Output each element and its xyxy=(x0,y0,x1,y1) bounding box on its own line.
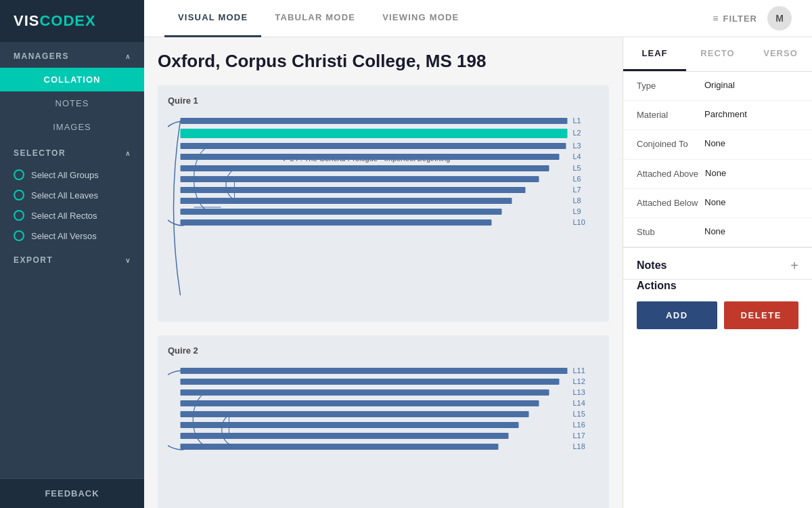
main-area: VISUAL MODE TABULAR MODE VIEWING MODE ≡ … xyxy=(144,0,812,508)
field-type-label: Type xyxy=(637,80,698,92)
quire-2-container: Quire 2 L11 L12 L13 L14 L15 xyxy=(158,335,609,508)
svg-rect-7 xyxy=(181,154,560,160)
filter-icon: ≡ xyxy=(713,13,719,24)
circle-icon-leaves xyxy=(14,190,24,200)
quire-2-label: Quire 2 xyxy=(168,345,599,356)
add-note-button[interactable]: + xyxy=(790,259,798,272)
field-conjoined-to: Conjoined To None xyxy=(623,130,812,159)
sidebar-item-collation[interactable]: COLLATION xyxy=(0,68,144,91)
svg-text:L12: L12 xyxy=(573,377,585,385)
field-conjoined-to-label: Conjoined To xyxy=(637,138,698,150)
tab-tabular-mode[interactable]: TABULAR MODE xyxy=(261,0,369,37)
managers-section-header[interactable]: MANAGERS ∧ xyxy=(0,42,144,68)
notes-section-header: Notes + xyxy=(623,248,812,279)
canvas-area: Oxford, Corpus Christi College, MS 198 Q… xyxy=(144,37,623,508)
svg-rect-9 xyxy=(181,165,549,171)
field-attached-below-label: Attached Below xyxy=(637,197,698,209)
field-attached-below-value: None xyxy=(704,197,798,207)
sidebar: VISCODEX MANAGERS ∧ COLLATION NOTES IMAG… xyxy=(0,0,144,508)
select-all-versos[interactable]: Select All Versos xyxy=(0,226,144,246)
svg-rect-27 xyxy=(181,389,549,396)
top-navigation: VISUAL MODE TABULAR MODE VIEWING MODE ≡ … xyxy=(144,0,812,37)
nav-right: ≡ FILTER M xyxy=(713,6,792,30)
select-all-rectos-label: Select All Rectos xyxy=(31,211,97,221)
sidebar-item-notes[interactable]: NOTES xyxy=(0,91,144,115)
managers-chevron: ∧ xyxy=(125,53,131,60)
logo-area: VISCODEX xyxy=(0,0,144,42)
tab-viewing-mode[interactable]: VIEWING MODE xyxy=(369,0,472,37)
circle-icon-versos xyxy=(14,230,24,241)
svg-rect-29 xyxy=(181,400,539,406)
field-material: Material Parchment xyxy=(623,101,812,130)
field-stub-value: None xyxy=(704,226,798,236)
right-panel: LEAF RECTO VERSO Type Original Material … xyxy=(623,37,812,508)
content-area: Oxford, Corpus Christi College, MS 198 Q… xyxy=(144,37,812,508)
selector-section-header[interactable]: SELECTOR ∧ xyxy=(0,139,144,165)
svg-rect-17 xyxy=(181,209,502,215)
avatar[interactable]: M xyxy=(767,6,792,30)
delete-button[interactable]: DELETE xyxy=(724,301,799,329)
svg-text:L11: L11 xyxy=(573,366,585,375)
field-attached-above-value: None xyxy=(705,168,798,178)
svg-rect-33 xyxy=(181,422,519,428)
svg-rect-15 xyxy=(181,198,512,204)
actions-section: Actions ADD DELETE xyxy=(623,280,812,343)
export-label: EXPORT xyxy=(14,255,53,265)
svg-text:L5: L5 xyxy=(573,164,581,172)
select-all-groups-label: Select All Groups xyxy=(31,170,99,180)
selector-label: SELECTOR xyxy=(14,148,66,158)
actions-buttons: ADD DELETE xyxy=(637,301,798,329)
selector-chevron: ∧ xyxy=(125,150,131,157)
field-stub: Stub None xyxy=(623,218,812,247)
quire-1-diagram[interactable]: L1 L2 L3 ▼ L4 : The General Prologue - I… xyxy=(168,112,599,305)
select-all-leaves[interactable]: Select All Leaves xyxy=(0,185,144,205)
add-button[interactable]: ADD xyxy=(637,301,717,329)
notes-title: Notes xyxy=(637,259,667,272)
svg-rect-13 xyxy=(181,187,526,193)
svg-rect-25 xyxy=(181,379,560,385)
actions-title: Actions xyxy=(637,280,798,292)
svg-rect-0 xyxy=(181,118,568,124)
svg-rect-2 xyxy=(181,129,568,138)
quire-2-diagram[interactable]: L11 L12 L13 L14 L15 L16 xyxy=(168,362,599,508)
select-all-groups[interactable]: Select All Groups xyxy=(0,165,144,185)
export-section-header[interactable]: EXPORT ∨ xyxy=(0,246,144,272)
svg-text:L9: L9 xyxy=(573,207,581,215)
tab-verso[interactable]: VERSO xyxy=(749,37,812,71)
svg-text:L17: L17 xyxy=(573,431,585,440)
svg-text:L1: L1 xyxy=(573,117,581,125)
tab-recto[interactable]: RECTO xyxy=(686,37,749,71)
circle-icon-groups xyxy=(14,169,24,180)
circle-icon-rectos xyxy=(14,210,24,221)
field-material-value: Parchment xyxy=(704,109,798,119)
svg-rect-19 xyxy=(181,219,492,226)
field-attached-above-label: Attached Above xyxy=(637,168,698,180)
svg-text:L4: L4 xyxy=(573,152,581,161)
field-type: Type Original xyxy=(623,72,812,101)
svg-text:L8: L8 xyxy=(573,196,581,205)
field-material-label: Material xyxy=(637,109,698,121)
svg-text:L10: L10 xyxy=(573,218,585,226)
svg-rect-23 xyxy=(181,368,568,374)
svg-text:L2: L2 xyxy=(573,129,581,137)
svg-text:L16: L16 xyxy=(573,421,585,429)
tab-leaf[interactable]: LEAF xyxy=(623,37,686,71)
field-stub-label: Stub xyxy=(637,226,698,238)
export-chevron: ∨ xyxy=(125,257,131,264)
filter-label: FILTER xyxy=(723,14,757,24)
sidebar-item-images[interactable]: IMAGES xyxy=(0,115,144,139)
page-title: Oxford, Corpus Christi College, MS 198 xyxy=(158,51,609,72)
field-attached-above: Attached Above None xyxy=(623,160,812,189)
tab-visual-mode[interactable]: VISUAL MODE xyxy=(164,0,261,37)
panel-tabs: LEAF RECTO VERSO xyxy=(623,37,812,72)
field-attached-below: Attached Below None xyxy=(623,189,812,218)
svg-text:L7: L7 xyxy=(573,186,581,194)
svg-text:L3: L3 xyxy=(573,142,581,150)
filter-button[interactable]: ≡ FILTER xyxy=(713,13,757,24)
feedback-button[interactable]: FEEDBACK xyxy=(0,478,144,508)
select-all-rectos[interactable]: Select All Rectos xyxy=(0,205,144,226)
select-all-versos-label: Select All Versos xyxy=(31,231,97,241)
svg-text:L6: L6 xyxy=(573,175,581,183)
quire-1-label: Quire 1 xyxy=(168,96,599,106)
svg-text:L13: L13 xyxy=(573,388,585,396)
